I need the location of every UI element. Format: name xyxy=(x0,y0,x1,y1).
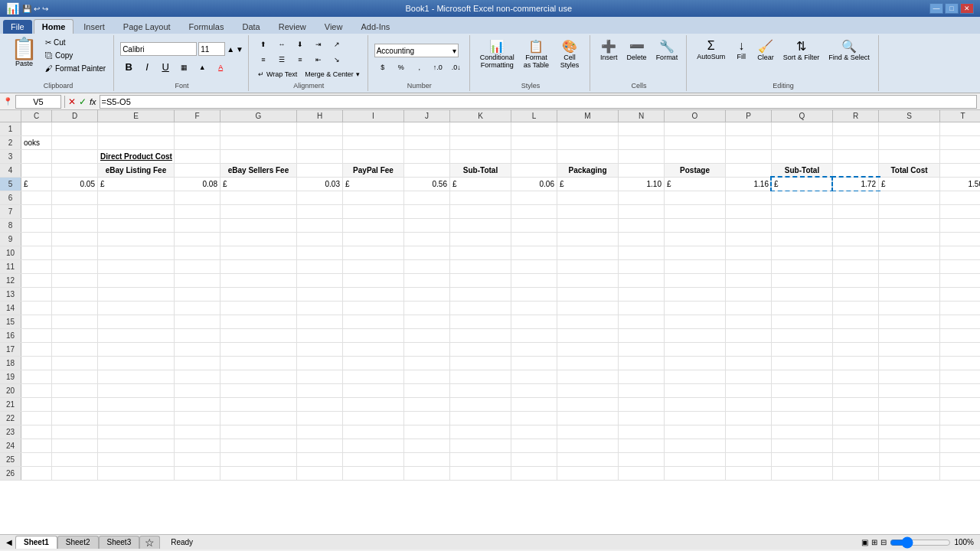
indent-btn[interactable]: ↘ xyxy=(328,54,345,66)
cell-k2[interactable] xyxy=(450,136,511,149)
row-num-12[interactable]: 12 xyxy=(0,274,21,287)
cell-l4[interactable] xyxy=(511,164,557,177)
col-header-g[interactable]: G xyxy=(220,110,297,122)
maximize-btn[interactable]: □ xyxy=(945,3,959,14)
cell-k3[interactable] xyxy=(450,150,511,163)
cell-d3[interactable] xyxy=(52,150,98,163)
cell-t1[interactable] xyxy=(940,122,980,135)
cell-j4[interactable] xyxy=(404,164,450,177)
tab-addins[interactable]: Add-Ins xyxy=(352,19,398,34)
cell-n5[interactable]: 1.10 xyxy=(619,178,665,191)
cell-e3[interactable]: Direct Product Cost xyxy=(98,150,175,163)
cell-r1[interactable] xyxy=(833,122,879,135)
format-button[interactable]: 🔧 Format xyxy=(652,37,682,64)
cell-i3[interactable] xyxy=(343,150,404,163)
autosum-button[interactable]: Σ AutoSum xyxy=(693,37,729,63)
row-num-14[interactable]: 14 xyxy=(0,302,21,315)
cell-styles-button[interactable]: 🎨 CellStyles xyxy=(554,37,585,71)
tab-insert[interactable]: Insert xyxy=(75,19,113,34)
insert-button[interactable]: ➕ Insert xyxy=(596,37,622,64)
row-num-1[interactable]: 1 xyxy=(0,122,21,135)
delete-button[interactable]: ➖ Delete xyxy=(623,37,651,64)
number-format-dropdown[interactable]: Accounting ▾ xyxy=(374,44,459,57)
cell-j1[interactable] xyxy=(404,122,450,135)
cell-f5[interactable]: 0.08 xyxy=(175,178,220,191)
merge-center-button[interactable]: Merge & Center ▾ xyxy=(302,69,363,80)
row-num-8[interactable]: 8 xyxy=(0,219,21,232)
cell-p4[interactable] xyxy=(726,164,772,177)
cell-g2[interactable] xyxy=(220,136,297,149)
cell-c2[interactable]: ooks xyxy=(21,136,52,149)
align-bottom-button[interactable]: ⬇ xyxy=(292,38,309,51)
cell-c4[interactable] xyxy=(21,164,52,177)
col-header-f[interactable]: F xyxy=(175,110,220,122)
col-header-e[interactable]: E xyxy=(98,110,175,122)
fill-button[interactable]: ↓ Fill xyxy=(730,37,752,63)
cell-p5[interactable]: 1.16 xyxy=(726,178,772,191)
format-painter-button[interactable]: 🖌 Format Painter xyxy=(42,63,109,74)
cell-e4[interactable]: eBay Listing Fee xyxy=(98,164,175,177)
cell-s5[interactable]: £ xyxy=(879,178,940,191)
paste-button[interactable]: 📋 Paste xyxy=(8,37,41,69)
currency-button[interactable]: $ xyxy=(374,61,391,73)
row-num-25[interactable]: 25 xyxy=(0,453,21,466)
cell-e2[interactable] xyxy=(98,136,175,149)
col-header-p[interactable]: P xyxy=(726,110,772,122)
cancel-formula-btn[interactable]: ✕ xyxy=(68,96,76,107)
sheet-tab-2[interactable]: Sheet2 xyxy=(57,536,99,549)
conditional-format-button[interactable]: 📊 ConditionalFormatting xyxy=(476,37,518,71)
cell-q5[interactable]: £ xyxy=(772,178,833,191)
sheet-tab-nav-prev[interactable]: ◀ xyxy=(6,538,12,546)
cell-r4[interactable] xyxy=(833,164,879,177)
col-header-d[interactable]: D xyxy=(52,110,98,122)
cell-m4[interactable]: Packaging xyxy=(557,164,619,177)
wrap-text-button[interactable]: ↵ Wrap Text xyxy=(255,69,300,80)
cell-q1[interactable] xyxy=(772,122,833,135)
cell-f4[interactable] xyxy=(175,164,220,177)
row-num-20[interactable]: 20 xyxy=(0,384,21,397)
cell-k1[interactable] xyxy=(450,122,511,135)
view-layout-btn[interactable]: ⊞ xyxy=(871,538,877,546)
dec-dec-button[interactable]: .0↓ xyxy=(448,61,465,73)
row-num-11[interactable]: 11 xyxy=(0,260,21,273)
cell-s4[interactable]: Total Cost xyxy=(879,164,940,177)
cell-h3[interactable] xyxy=(297,150,343,163)
cell-f3[interactable] xyxy=(175,150,220,163)
cell-p3[interactable] xyxy=(726,150,772,163)
col-header-j[interactable]: J xyxy=(404,110,450,122)
borders-button[interactable]: ▦ xyxy=(175,61,192,73)
row-num-24[interactable]: 24 xyxy=(0,439,21,452)
tab-view[interactable]: View xyxy=(316,19,351,34)
col-header-l[interactable]: L xyxy=(511,110,557,122)
cell-d1[interactable] xyxy=(52,122,98,135)
cell-o1[interactable] xyxy=(665,122,726,135)
cell-j5[interactable]: 0.56 xyxy=(404,178,450,191)
underline-button[interactable]: U xyxy=(157,59,174,75)
cell-t3[interactable] xyxy=(940,150,980,163)
col-header-c[interactable]: C xyxy=(21,110,52,122)
cell-s1[interactable] xyxy=(879,122,940,135)
bold-button[interactable]: B xyxy=(120,59,137,75)
align-right-button[interactable]: ≡ xyxy=(292,54,309,66)
percent-button[interactable]: % xyxy=(393,61,410,73)
col-header-o[interactable]: O xyxy=(665,110,726,122)
cell-n2[interactable] xyxy=(619,136,665,149)
file-menu[interactable]: File xyxy=(3,20,32,34)
font-size-down-btn[interactable]: ▼ xyxy=(236,45,243,54)
cell-h5[interactable]: 0.03 xyxy=(297,178,343,191)
cell-d5[interactable]: 0.05 xyxy=(52,178,98,191)
cell-i1[interactable] xyxy=(343,122,404,135)
font-size-up-btn[interactable]: ▲ xyxy=(227,45,234,54)
cell-n1[interactable] xyxy=(619,122,665,135)
clear-button[interactable]: 🧹 Clear xyxy=(753,37,778,64)
cell-m1[interactable] xyxy=(557,122,619,135)
formula-input[interactable] xyxy=(100,95,977,109)
cell-ref-input[interactable] xyxy=(15,95,61,109)
cell-q2[interactable] xyxy=(772,136,833,149)
text-direction-btn[interactable]: ↗ xyxy=(328,38,345,51)
row-num-23[interactable]: 23 xyxy=(0,425,21,439)
cell-t4[interactable] xyxy=(940,164,980,177)
cell-l1[interactable] xyxy=(511,122,557,135)
cell-h1[interactable] xyxy=(297,122,343,135)
cell-m2[interactable] xyxy=(557,136,619,149)
